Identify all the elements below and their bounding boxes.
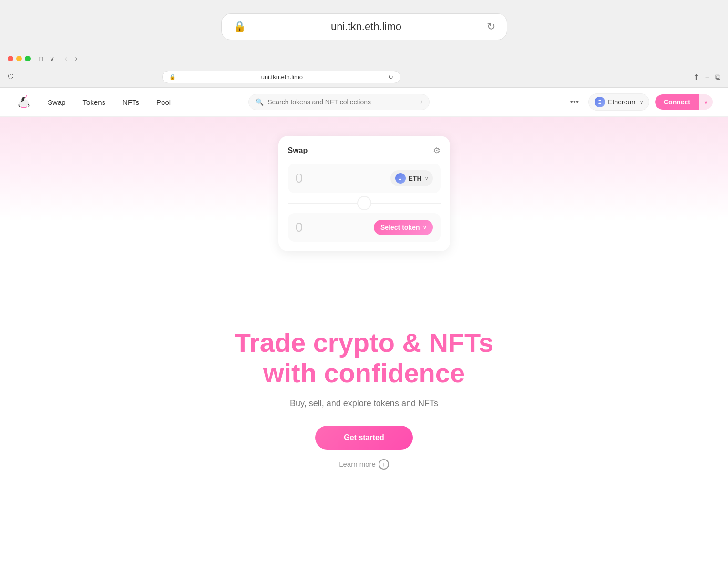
learn-more-link[interactable]: Learn more ↓ (339, 459, 389, 470)
select-token-label: Select token (380, 224, 420, 231)
swap-settings-button[interactable]: ⚙ (433, 145, 441, 156)
url-bar-area: 🔒 uni.tkn.eth.limo ↻ (0, 0, 728, 50)
get-started-button[interactable]: Get started (315, 426, 412, 450)
browser-toolbar-extras: ⬆ + ⧉ (693, 72, 720, 82)
address-lock-icon: 🔒 (169, 74, 176, 80)
new-tab-icon[interactable]: + (705, 73, 709, 82)
hero-title: Trade crypto & NFTswith confidence (235, 327, 494, 389)
app-window: Swap Tokens NFTs Pool 🔍 / ••• Ξ Ethereum… (0, 88, 728, 583)
tab-chevron-button[interactable]: ∨ (48, 54, 56, 63)
ethereum-icon: Ξ (595, 97, 605, 107)
nav-tokens[interactable]: Tokens (79, 96, 110, 108)
address-bar-row: 🛡 🔒 uni.tkn.eth.limo ↻ ⬆ + ⧉ (0, 68, 728, 87)
privacy-shield-icon: 🛡 (8, 73, 14, 81)
main-content: Trade crypto & NFTswith confidence Buy, … (0, 289, 728, 498)
from-amount-input[interactable] (296, 171, 353, 186)
from-token-chevron-icon: ∨ (425, 176, 428, 181)
search-input[interactable] (267, 98, 417, 106)
network-selector[interactable]: Ξ Ethereum ∨ (588, 93, 649, 111)
lock-icon: 🔒 (233, 20, 246, 33)
browser-chrome: ⊡ ∨ ‹ › 🛡 🔒 uni.tkn.eth.limo ↻ ⬆ + ⧉ (0, 50, 728, 88)
refresh-icon[interactable]: ↻ (487, 20, 495, 33)
from-token-selector[interactable]: Ξ ETH ∨ (390, 170, 433, 186)
network-name: Ethereum (608, 98, 637, 106)
url-display: uni.tkn.eth.limo (252, 20, 481, 33)
title-bar: ⊡ ∨ ‹ › (0, 50, 728, 68)
app-navbar: Swap Tokens NFTs Pool 🔍 / ••• Ξ Ethereum… (0, 88, 728, 117)
swap-widget: Swap ⚙ Ξ ETH ∨ ↓ Select (278, 136, 450, 251)
nav-nfts[interactable]: NFTs (119, 96, 143, 108)
swap-arrow-row: ↓ (288, 196, 441, 210)
connect-button-wrapper: Connect ∨ (655, 94, 713, 110)
learn-more-circle-icon: ↓ (379, 459, 389, 470)
connect-dropdown-button[interactable]: ∨ (699, 95, 713, 109)
minimize-window-button[interactable] (16, 56, 22, 61)
url-bar-container: 🔒 uni.tkn.eth.limo ↻ (221, 13, 507, 40)
nav-buttons: ‹ › (62, 53, 81, 64)
share-icon[interactable]: ⬆ (693, 72, 699, 82)
forward-button[interactable]: › (72, 53, 80, 64)
nav-pool[interactable]: Pool (153, 96, 174, 108)
search-icon: 🔍 (256, 98, 264, 106)
unicorn-logo-icon (15, 93, 32, 111)
more-options-button[interactable]: ••• (566, 95, 583, 109)
tabs-overview-icon[interactable]: ⧉ (715, 73, 720, 82)
connect-wallet-button[interactable]: Connect (655, 94, 699, 110)
search-bar[interactable]: 🔍 / (248, 94, 430, 110)
swap-title: Swap (288, 146, 308, 155)
swap-header: Swap ⚙ (288, 145, 441, 156)
from-token-name: ETH (409, 174, 422, 182)
swap-direction-button[interactable]: ↓ (357, 196, 371, 210)
learn-more-text: Learn more (339, 460, 376, 468)
search-shortcut: / (421, 99, 423, 106)
address-text: uni.tkn.eth.limo (179, 73, 385, 81)
nav-links: Swap Tokens NFTs Pool (44, 96, 174, 108)
app-logo (15, 93, 32, 111)
navbar-right: ••• Ξ Ethereum ∨ Connect ∨ (566, 93, 713, 111)
to-token-row: Select token ∨ (288, 213, 441, 242)
close-window-button[interactable] (8, 56, 13, 61)
fullscreen-window-button[interactable] (25, 56, 31, 61)
select-token-chevron-icon: ∨ (423, 225, 426, 230)
network-chevron-icon: ∨ (640, 100, 643, 105)
to-amount-input[interactable] (296, 220, 353, 235)
nav-swap[interactable]: Swap (44, 96, 70, 108)
address-bar[interactable]: 🔒 uni.tkn.eth.limo ↻ (162, 71, 400, 83)
traffic-lights (8, 56, 31, 61)
tab-controls: ⊡ ∨ (36, 54, 56, 63)
back-button[interactable]: ‹ (62, 53, 70, 64)
address-refresh-icon[interactable]: ↻ (388, 73, 393, 81)
sidebar-toggle-button[interactable]: ⊡ (36, 54, 46, 63)
hero-area: Swap ⚙ Ξ ETH ∨ ↓ Select (0, 117, 728, 289)
select-token-button[interactable]: Select token ∨ (374, 220, 432, 235)
svg-point-1 (21, 101, 23, 102)
from-token-row: Ξ ETH ∨ (288, 164, 441, 193)
eth-token-icon: Ξ (395, 173, 406, 184)
hero-subtitle: Buy, sell, and explore tokens and NFTs (290, 399, 438, 409)
